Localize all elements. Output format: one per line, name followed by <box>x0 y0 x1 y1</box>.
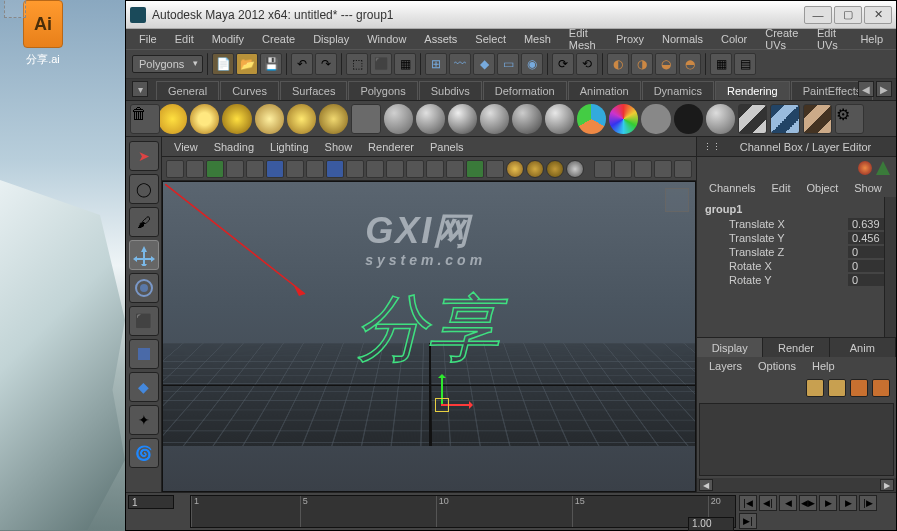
move-manipulator[interactable] <box>413 374 473 434</box>
safe-title-icon[interactable] <box>406 160 424 178</box>
viewport-menu-view[interactable]: View <box>166 139 206 155</box>
menu-set-dropdown[interactable]: Polygons <box>132 55 203 73</box>
viewport-menu-renderer[interactable]: Renderer <box>360 139 422 155</box>
shelf-tab-rendering[interactable]: Rendering <box>715 81 790 100</box>
menu-mesh[interactable]: Mesh <box>515 31 560 47</box>
image-plane-icon[interactable] <box>226 160 244 178</box>
hq-render-icon[interactable] <box>526 160 544 178</box>
layer-menu-options[interactable]: Options <box>750 358 804 374</box>
select-by-component-icon[interactable]: ▦ <box>394 53 416 75</box>
layer-tab-display[interactable]: Display <box>697 338 763 357</box>
shelf-tab-animation[interactable]: Animation <box>568 81 641 100</box>
gamma-icon[interactable] <box>674 160 692 178</box>
directional-light-icon[interactable] <box>158 104 187 134</box>
xray-joints-icon[interactable] <box>634 160 652 178</box>
minimize-button[interactable]: — <box>804 6 832 24</box>
volume-light-icon[interactable] <box>319 104 348 134</box>
menu-proxy[interactable]: Proxy <box>607 31 653 47</box>
lambert-icon[interactable] <box>384 104 413 134</box>
select-tool[interactable]: ➤ <box>129 141 159 171</box>
shadows-icon[interactable] <box>506 160 524 178</box>
step-back-key-icon[interactable]: ◀| <box>759 495 777 511</box>
gate-mask-icon[interactable] <box>346 160 364 178</box>
viewport-menu-lighting[interactable]: Lighting <box>262 139 317 155</box>
layer-tab-anim[interactable]: Anim <box>830 338 896 357</box>
snap-grid-icon[interactable]: ⊞ <box>425 53 447 75</box>
step-forward-icon[interactable]: ▶ <box>839 495 857 511</box>
last-tool[interactable]: 🌀 <box>129 438 159 468</box>
view-cube-icon[interactable] <box>665 188 689 212</box>
menu-help[interactable]: Help <box>851 31 892 47</box>
chan-menu-show[interactable]: Show <box>846 180 890 196</box>
field-chart-icon[interactable] <box>366 160 384 178</box>
new-empty-layer-icon[interactable] <box>850 379 868 397</box>
render-view-icon[interactable]: ◓ <box>679 53 701 75</box>
camera-select-icon[interactable] <box>166 160 184 178</box>
scroll-right-icon[interactable]: ▶ <box>880 479 894 491</box>
render-clapper-icon[interactable] <box>738 104 767 134</box>
go-end-icon[interactable]: ▶| <box>739 513 757 529</box>
grease-pencil-icon[interactable] <box>266 160 284 178</box>
use-background-icon[interactable] <box>641 104 670 134</box>
ipr-clapper-icon[interactable] <box>770 104 799 134</box>
gizmo-center[interactable] <box>435 398 449 412</box>
spot-light-icon[interactable] <box>222 104 251 134</box>
scroll-left-icon[interactable]: ◀ <box>699 479 713 491</box>
ramp-shader-icon[interactable] <box>545 104 574 134</box>
menu-display[interactable]: Display <box>304 31 358 47</box>
close-button[interactable]: ✕ <box>864 6 892 24</box>
render-globals-icon[interactable]: ⚙ <box>835 104 864 134</box>
move-layer-down-icon[interactable] <box>828 379 846 397</box>
panel-layout-icon[interactable]: ▤ <box>734 53 756 75</box>
chan-menu-object[interactable]: Object <box>798 180 846 196</box>
select-by-hierarchy-icon[interactable]: ⬚ <box>346 53 368 75</box>
play-back-icon[interactable]: ◀▶ <box>799 495 817 511</box>
anisotropic-icon[interactable] <box>512 104 541 134</box>
step-forward-key-icon[interactable]: |▶ <box>859 495 877 511</box>
chan-menu-channels[interactable]: Channels <box>701 180 763 196</box>
ambient-light-icon[interactable] <box>287 104 316 134</box>
motion-blur-icon[interactable] <box>566 160 584 178</box>
rotate-tool[interactable] <box>129 273 159 303</box>
scale-tool[interactable]: ⬛ <box>129 306 159 336</box>
layout-icon[interactable]: ▦ <box>710 53 732 75</box>
render-frame-icon[interactable]: ◐ <box>607 53 629 75</box>
menu-editmesh[interactable]: Edit Mesh <box>560 25 607 53</box>
shelf-tab-surfaces[interactable]: Surfaces <box>280 81 347 100</box>
batch-render-icon[interactable] <box>803 104 832 134</box>
snap-curve-icon[interactable]: 〰 <box>449 53 471 75</box>
snap-point-icon[interactable]: ◆ <box>473 53 495 75</box>
new-scene-icon[interactable]: 📄 <box>212 53 234 75</box>
render-settings-icon[interactable]: ◒ <box>655 53 677 75</box>
shelf-tab-polygons[interactable]: Polygons <box>348 81 417 100</box>
menu-window[interactable]: Window <box>358 31 415 47</box>
surface-shader-icon[interactable] <box>609 104 638 134</box>
history-off-icon[interactable]: ⟲ <box>576 53 598 75</box>
phong-icon[interactable] <box>448 104 477 134</box>
channel-scrollbar[interactable] <box>884 197 896 337</box>
snap-plane-icon[interactable]: ▭ <box>497 53 519 75</box>
universal-manip-tool[interactable] <box>129 339 159 369</box>
current-frame-input[interactable] <box>688 517 734 531</box>
chan-menu-edit[interactable]: Edit <box>763 180 798 196</box>
attr-rotate-x[interactable]: Rotate X0 <box>701 259 892 273</box>
layer-menu-help[interactable]: Help <box>804 358 843 374</box>
shelf-scroll-left-icon[interactable]: ◀ <box>858 81 874 97</box>
manip-ballot-icon[interactable] <box>876 161 890 175</box>
new-layer-selected-icon[interactable] <box>872 379 890 397</box>
desktop-file-icon[interactable]: Ai 分享.ai <box>10 0 76 67</box>
point-light-icon[interactable] <box>190 104 219 134</box>
attr-translate-z[interactable]: Translate Z0 <box>701 245 892 259</box>
xray-icon[interactable] <box>614 160 632 178</box>
shading-map-icon[interactable] <box>674 104 703 134</box>
shelf-trash-icon[interactable]: 🗑 <box>130 104 160 134</box>
history-icon[interactable]: ⟳ <box>552 53 574 75</box>
shelf-tab-general[interactable]: General <box>156 81 219 100</box>
selected-object-name[interactable]: group1 <box>701 201 892 217</box>
menu-select[interactable]: Select <box>466 31 515 47</box>
viewport-menu-panels[interactable]: Panels <box>422 139 472 155</box>
menu-edit[interactable]: Edit <box>166 31 203 47</box>
save-scene-icon[interactable]: 💾 <box>260 53 282 75</box>
shelf-tab-curves[interactable]: Curves <box>220 81 279 100</box>
shelf-tab-subdivs[interactable]: Subdivs <box>419 81 482 100</box>
